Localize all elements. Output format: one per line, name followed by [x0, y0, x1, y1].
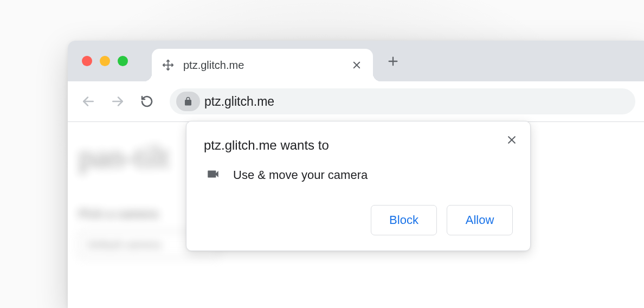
- titlebar: ptz.glitch.me: [68, 41, 644, 81]
- camera-select-value: Default camera: [87, 239, 161, 251]
- prompt-permission-row: Use & move your camera: [204, 167, 513, 183]
- close-prompt-button[interactable]: [503, 131, 520, 149]
- back-button[interactable]: [76, 89, 100, 113]
- traffic-lights: [68, 56, 128, 66]
- allow-button-label: Allow: [466, 213, 494, 227]
- address-bar[interactable]: ptz.glitch.me: [170, 88, 635, 114]
- lock-icon: [183, 97, 193, 106]
- prompt-buttons: Block Allow: [204, 205, 513, 235]
- permission-prompt: ptz.glitch.me wants to Use & move your c…: [186, 121, 531, 251]
- url-text: ptz.glitch.me: [204, 94, 274, 109]
- window-close-button[interactable]: [82, 56, 92, 66]
- tab-title: ptz.glitch.me: [183, 59, 350, 72]
- browser-window: ptz.glitch.me: [68, 41, 644, 308]
- site-info-button[interactable]: [176, 92, 200, 111]
- block-button[interactable]: Block: [371, 205, 437, 235]
- browser-tab[interactable]: ptz.glitch.me: [152, 49, 373, 81]
- block-button-label: Block: [389, 213, 418, 227]
- close-tab-icon[interactable]: [350, 59, 363, 72]
- toolbar: ptz.glitch.me: [68, 81, 644, 122]
- prompt-title: ptz.glitch.me wants to: [204, 138, 513, 153]
- forward-button[interactable]: [106, 89, 130, 113]
- window-maximize-button[interactable]: [118, 56, 128, 66]
- new-tab-button[interactable]: [382, 50, 404, 72]
- reload-button[interactable]: [135, 89, 159, 113]
- move-icon: [162, 59, 175, 72]
- allow-button[interactable]: Allow: [447, 205, 513, 235]
- prompt-permission-text: Use & move your camera: [233, 168, 368, 182]
- window-minimize-button[interactable]: [100, 56, 110, 66]
- camera-icon: [206, 167, 220, 183]
